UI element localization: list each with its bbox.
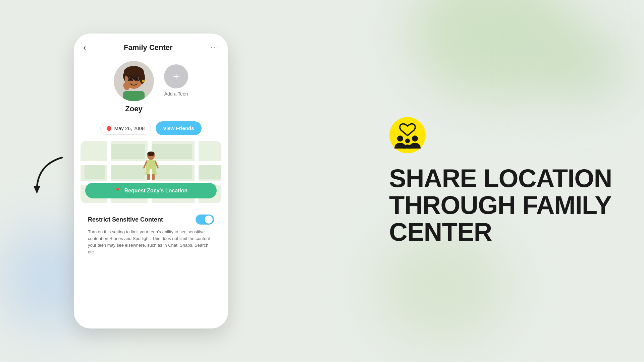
profile-section: Zoey + Add a Teen <box>74 58 228 117</box>
page-container: ‹ Family Center ··· <box>0 0 644 362</box>
headline-line2: THROUGH FAMILY CENTER <box>389 192 617 245</box>
family-center-icon <box>389 117 426 154</box>
more-button[interactable]: ··· <box>211 43 219 52</box>
plus-icon: + <box>173 71 179 82</box>
teen-map-figure <box>143 151 159 183</box>
birth-date: May 26, 2008 <box>114 125 145 131</box>
teen-figure-svg <box>143 151 159 181</box>
svg-rect-10 <box>123 91 145 101</box>
map-section: 📍 Request Zoey's Location <box>80 141 221 203</box>
svg-point-21 <box>412 135 418 141</box>
profile-name: Zoey <box>125 105 142 113</box>
add-teen-label: Add a Teen <box>164 91 188 97</box>
restrict-description: Turn on this setting to limit your teen'… <box>88 229 214 256</box>
phone-mockup: ‹ Family Center ··· <box>74 34 228 328</box>
family-center-icon-wrap <box>389 117 617 155</box>
view-friends-button[interactable]: View Friends <box>156 121 201 135</box>
svg-rect-5 <box>129 78 132 80</box>
restrict-title: Restrict Sensitive Content <box>88 216 163 223</box>
request-location-button[interactable]: 📍 Request Zoey's Location <box>85 183 217 198</box>
svg-rect-17 <box>147 174 150 180</box>
svg-rect-18 <box>152 174 155 180</box>
map-block <box>199 165 221 179</box>
toggle-knob <box>205 216 213 224</box>
bg-blob-4 <box>543 34 627 101</box>
bitmoji-svg <box>114 61 154 101</box>
back-button[interactable]: ‹ <box>83 43 86 52</box>
phone-header: ‹ Family Center ··· <box>74 34 228 58</box>
svg-point-20 <box>397 135 403 141</box>
request-location-label: Request Zoey's Location <box>124 188 188 194</box>
add-teen-button[interactable]: + <box>164 64 188 88</box>
svg-point-14 <box>147 152 155 156</box>
map-block <box>111 144 145 159</box>
svg-point-22 <box>405 138 410 143</box>
share-title: SHARE LOCATION THROUGH FAMILY CENTER <box>389 165 617 245</box>
svg-point-12 <box>142 80 145 82</box>
profile-avatar-wrap: Zoey <box>114 61 154 113</box>
toggle-switch[interactable] <box>196 215 214 225</box>
restrict-section: Restrict Sensitive Content Turn on this … <box>80 208 221 262</box>
svg-marker-0 <box>34 186 40 194</box>
avatar-circle <box>114 61 154 101</box>
restrict-header: Restrict Sensitive Content <box>88 215 214 225</box>
app-title: Family Center <box>124 43 173 52</box>
map-block <box>111 165 145 179</box>
headline-line1: SHARE LOCATION <box>389 165 617 192</box>
map-block <box>85 165 105 179</box>
curved-arrow-decoration <box>32 154 72 199</box>
add-teen-wrap: + Add a Teen <box>164 64 188 97</box>
phone-frame: ‹ Family Center ··· <box>74 34 228 328</box>
date-badge: May 26, 2008 <box>100 122 151 135</box>
date-pin-icon <box>106 125 113 132</box>
location-pin-icon: 📍 <box>114 187 121 194</box>
right-content-panel: SHARE LOCATION THROUGH FAMILY CENTER <box>389 117 617 245</box>
svg-rect-6 <box>135 78 139 80</box>
action-row: May 26, 2008 View Friends <box>74 117 228 140</box>
